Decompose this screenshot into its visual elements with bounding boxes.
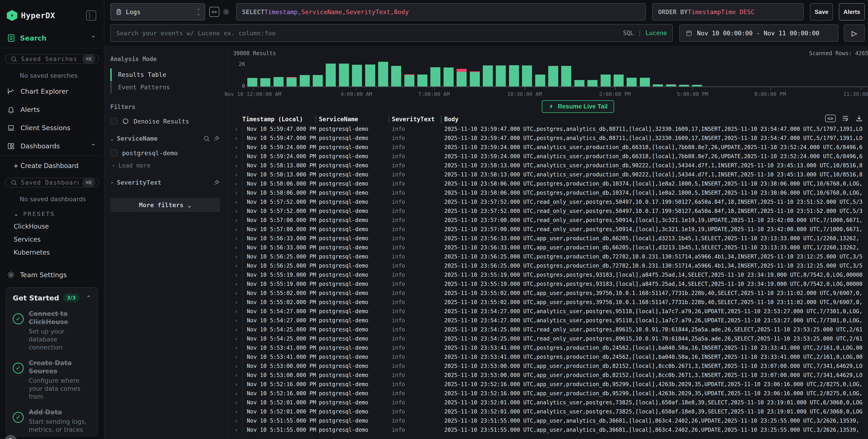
- histogram-bar[interactable]: [627, 78, 637, 86]
- load-more-button[interactable]: › Load more: [110, 162, 220, 169]
- histogram-bar[interactable]: [483, 65, 493, 86]
- table-row[interactable]: ›Nov 10 5:58:06.000 PMpostgresql-demoinf…: [228, 179, 868, 188]
- histogram-bar[interactable]: [614, 74, 624, 86]
- row-expand-chevron-icon[interactable]: ›: [233, 326, 242, 333]
- table-row[interactable]: ›Nov 10 5:53:00.000 PMpostgresql-demoinf…: [228, 362, 868, 371]
- sidebar-collapse-button[interactable]: [86, 10, 96, 21]
- table-row[interactable]: ›Nov 10 5:53:41.000 PMpostgresql-demoinf…: [228, 343, 868, 352]
- row-expand-chevron-icon[interactable]: ›: [233, 308, 242, 315]
- table-row[interactable]: ›Nov 10 5:54:25.000 PMpostgresql-demoinf…: [228, 334, 868, 343]
- event-search-input[interactable]: Search your events w/ Lucene ex. column:…: [110, 24, 673, 42]
- histogram-bar[interactable]: [247, 78, 257, 86]
- row-expand-chevron-icon[interactable]: ›: [233, 153, 242, 160]
- row-expand-chevron-icon[interactable]: ›: [233, 208, 242, 215]
- histogram-bar[interactable]: [535, 74, 545, 86]
- order-by-input[interactable]: ORDER BY TimestampTime DESC: [652, 3, 804, 21]
- row-expand-chevron-icon[interactable]: ›: [233, 317, 242, 324]
- table-row[interactable]: ›Nov 10 5:51:55.000 PMpostgresql-demoinf…: [228, 416, 868, 425]
- table-row[interactable]: ›Nov 10 5:54:27.000 PMpostgresql-demoinf…: [228, 307, 868, 316]
- row-expand-chevron-icon[interactable]: ›: [233, 190, 242, 196]
- row-expand-chevron-icon[interactable]: ›: [233, 199, 242, 206]
- filter-group-severitytext[interactable]: › SeverityText: [110, 179, 220, 186]
- row-expand-chevron-icon[interactable]: ›: [233, 171, 242, 178]
- table-row[interactable]: ›Nov 10 5:55:02.000 PMpostgresql-demoinf…: [228, 288, 868, 298]
- row-expand-chevron-icon[interactable]: ›: [233, 135, 242, 142]
- resume-live-tail-button[interactable]: Resume Live Tail: [542, 100, 614, 113]
- column-header-body[interactable]: Body: [444, 115, 868, 123]
- table-row[interactable]: ›Nov 10 5:59:47.000 PMpostgresql-demoinf…: [228, 124, 868, 133]
- row-expand-chevron-icon[interactable]: ›: [233, 144, 242, 151]
- row-expand-chevron-icon[interactable]: ›: [233, 235, 242, 242]
- preset-services[interactable]: Services: [0, 230, 104, 243]
- table-row[interactable]: ›Nov 10 5:55:02.000 PMpostgresql-demoinf…: [228, 298, 868, 307]
- run-query-button[interactable]: ▷: [844, 24, 865, 42]
- preset-clickhouse[interactable]: ClickHouse: [0, 217, 104, 230]
- table-row[interactable]: ›Nov 10 5:58:13.000 PMpostgresql-demoinf…: [228, 170, 868, 179]
- table-row[interactable]: ›Nov 10 5:56:33.000 PMpostgresql-demoinf…: [228, 234, 868, 243]
- row-expand-chevron-icon[interactable]: ›: [233, 253, 242, 260]
- histogram-bar[interactable]: [587, 80, 597, 86]
- histogram-bar[interactable]: [548, 66, 558, 86]
- download-icon[interactable]: [855, 115, 863, 122]
- get-started-step[interactable]: ✓Connect to ClickHouseSet up your databa…: [13, 310, 91, 351]
- lucene-mode-toggle[interactable]: Lucene: [646, 30, 667, 36]
- histogram-bar[interactable]: [666, 84, 676, 86]
- histogram-bar[interactable]: [522, 65, 532, 86]
- sidebar-item-chart-explorer[interactable]: Chart Explorer: [0, 82, 104, 100]
- histogram-bar[interactable]: [640, 78, 650, 86]
- create-dashboard-button[interactable]: + Create Dashboard: [0, 156, 104, 172]
- chevron-up-icon[interactable]: ⌃: [86, 294, 91, 301]
- table-row[interactable]: ›Nov 10 5:52:01.000 PMpostgresql-demoinf…: [228, 407, 868, 416]
- denoise-checkbox[interactable]: [110, 118, 118, 125]
- row-expand-chevron-icon[interactable]: ›: [233, 417, 242, 424]
- histogram-bar[interactable]: [326, 64, 336, 86]
- table-row[interactable]: ›Nov 10 5:52:16.000 PMpostgresql-demoinf…: [228, 380, 868, 389]
- row-expand-chevron-icon[interactable]: ›: [233, 299, 242, 306]
- row-expand-chevron-icon[interactable]: ›: [233, 290, 242, 296]
- pin-icon[interactable]: [213, 135, 220, 142]
- table-row[interactable]: ›Nov 10 5:54:27.000 PMpostgresql-demoinf…: [228, 316, 868, 325]
- row-expand-chevron-icon[interactable]: ›: [233, 226, 242, 233]
- presets-header[interactable]: ⌄ PRESETS: [0, 202, 104, 217]
- filter-group-servicename[interactable]: ⌄ ServiceName: [110, 135, 220, 142]
- sidebar-item-dashboards[interactable]: Dashboards⌃: [0, 137, 104, 155]
- table-row[interactable]: ›Nov 10 5:57:00.000 PMpostgresql-demoinf…: [228, 225, 868, 234]
- histogram-bar[interactable]: [391, 66, 401, 86]
- table-row[interactable]: ›Nov 10 5:53:41.000 PMpostgresql-demoinf…: [228, 352, 868, 362]
- table-row[interactable]: ›Nov 10 5:56:25.000 PMpostgresql-demoinf…: [228, 252, 868, 261]
- histogram-bar[interactable]: [430, 67, 440, 86]
- filter-value-checkbox[interactable]: [110, 149, 118, 157]
- alerts-button[interactable]: Alerts: [839, 3, 865, 21]
- sidebar-item-team-settings[interactable]: Team Settings: [0, 256, 104, 279]
- row-expand-chevron-icon[interactable]: ›: [233, 272, 242, 278]
- table-row[interactable]: ›Nov 10 5:54:25.000 PMpostgresql-demoinf…: [228, 325, 868, 334]
- histogram-bar[interactable]: [365, 64, 375, 86]
- sidebar-item-client-sessions[interactable]: Client Sessions: [0, 119, 104, 137]
- table-row[interactable]: ›Nov 10 5:56:33.000 PMpostgresql-demoinf…: [228, 243, 868, 252]
- code-view-icon[interactable]: <>: [825, 115, 836, 122]
- table-row[interactable]: ›Nov 10 5:52:01.000 PMpostgresql-demoinf…: [228, 398, 868, 407]
- pin-icon[interactable]: [213, 179, 220, 186]
- histogram-bar[interactable]: [496, 65, 506, 86]
- histogram-bar[interactable]: [561, 66, 571, 86]
- histogram-bar[interactable]: [443, 67, 454, 86]
- row-expand-chevron-icon[interactable]: ›: [233, 336, 242, 342]
- mode-results-table[interactable]: Results Table: [110, 68, 220, 81]
- get-started-step[interactable]: ✓Create Data SourcesConfigure where your…: [13, 359, 91, 401]
- histogram-bar[interactable]: [404, 74, 414, 86]
- select-columns-input[interactable]: SELECT Timestamp,ServiceName,SeverityTex…: [236, 3, 646, 21]
- table-row[interactable]: ›Nov 10 5:59:24.000 PMpostgresql-demoinf…: [228, 143, 868, 152]
- chevron-up-icon[interactable]: ⌃: [91, 35, 96, 41]
- row-expand-chevron-icon[interactable]: ›: [233, 381, 242, 388]
- table-row[interactable]: ›Nov 10 5:52:16.000 PMpostgresql-demoinf…: [228, 389, 868, 398]
- table-row[interactable]: ›Nov 10 5:57:00.000 PMpostgresql-demoinf…: [228, 216, 868, 225]
- source-select[interactable]: Logs ⌃⌄: [110, 3, 205, 21]
- row-expand-chevron-icon[interactable]: ›: [233, 281, 242, 287]
- row-expand-chevron-icon[interactable]: ›: [233, 390, 242, 397]
- histogram-bar[interactable]: [653, 84, 663, 86]
- histogram-bar[interactable]: [313, 75, 323, 86]
- histogram-bar[interactable]: [352, 65, 362, 86]
- saved-dashboards-input[interactable]: Saved Dashboards ⌘K: [5, 178, 99, 187]
- mode-event-patterns[interactable]: Event Patterns: [110, 81, 220, 93]
- table-row[interactable]: ›Nov 10 5:59:47.000 PMpostgresql-demoinf…: [228, 133, 868, 143]
